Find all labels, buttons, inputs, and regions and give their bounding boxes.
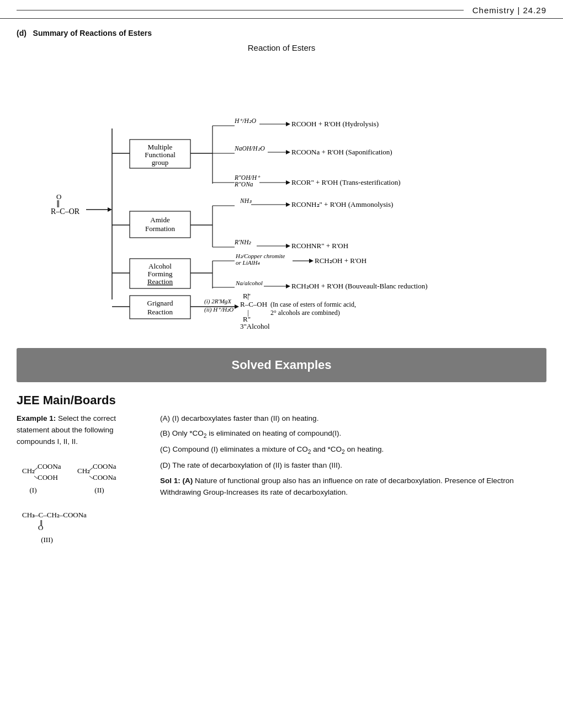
- svg-text:R"ONa: R"ONa: [234, 181, 253, 188]
- svg-marker-70: [235, 304, 239, 309]
- svg-text:RCOHNR" + R'OH: RCOHNR" + R'OH: [291, 242, 348, 250]
- svg-text:R": R": [243, 292, 251, 300]
- svg-text:NH₃: NH₃: [240, 197, 252, 204]
- svg-text:RCH₂OH + R'OH (Bouveault-Blanc: RCH₂OH + R'OH (Bouveault-Blanc reduction…: [291, 282, 427, 290]
- lower-section: Example 1: Select the correct statement …: [17, 413, 546, 559]
- svg-text:CH₂: CH₂: [77, 467, 90, 475]
- svg-text:Reaction: Reaction: [147, 308, 173, 316]
- svg-text:O: O: [38, 523, 43, 532]
- header-line: [17, 10, 464, 11]
- svg-marker-27: [286, 180, 290, 185]
- jee-section: JEE Main/Boards Example 1: Select the co…: [17, 393, 546, 559]
- svg-text:Formation: Formation: [145, 224, 176, 233]
- svg-text:H₂/Copper chromite: H₂/Copper chromite: [235, 253, 285, 259]
- svg-marker-61: [286, 284, 290, 288]
- option-c: (C) Compound (I) eliminates a mixture of…: [160, 444, 546, 456]
- svg-marker-4: [108, 207, 112, 212]
- svg-text:R"OH/H⁺: R"OH/H⁺: [234, 174, 261, 181]
- svg-text:H⁺/H₂O: H⁺/H₂O: [234, 117, 257, 124]
- svg-text:RCOONa + R'OH (Saponification): RCOONa + R'OH (Saponification): [291, 148, 392, 156]
- svg-text:3"Alcohol: 3"Alcohol: [240, 322, 270, 330]
- svg-text:R–C–OH: R–C–OH: [240, 300, 267, 308]
- right-column: (A) (I) decarboxylates faster than (II) …: [160, 413, 546, 559]
- svg-marker-38: [286, 202, 290, 207]
- svg-text:RCOOH + R'OH (Hydrolysis): RCOOH + R'OH (Hydrolysis): [291, 120, 379, 128]
- svg-text:RCONH₂" + R'OH (Ammonolysis): RCONH₂" + R'OH (Ammonolysis): [291, 200, 393, 208]
- svg-text:(ii) H⁺/H₂O: (ii) H⁺/H₂O: [204, 306, 233, 313]
- svg-marker-21: [286, 150, 290, 154]
- svg-text:(In case of esters of formic a: (In case of esters of formic acid,: [270, 301, 356, 308]
- option-b: (B) Only *CO2 is eliminated on heating o…: [160, 428, 546, 440]
- header-subject: Chemistry | 24.29: [472, 6, 546, 15]
- svg-text:Alcohol: Alcohol: [148, 262, 172, 270]
- svg-text:(III): (III): [41, 536, 53, 544]
- solved-examples-banner: Solved Examples: [17, 348, 546, 382]
- solution: Sol 1: (A) Nature of functional group al…: [160, 475, 546, 499]
- svg-text:RCOR" + R'OH (Trans-esterifica: RCOR" + R'OH (Trans-esterification): [291, 178, 401, 186]
- reaction-diagram: O ‖ R–C–OR Multiple Functional group H⁺/…: [17, 62, 546, 335]
- svg-text:or LiAlH₄: or LiAlH₄: [236, 259, 260, 266]
- svg-text:R'NH₂: R'NH₂: [234, 239, 251, 245]
- svg-text:CH₃–C–CH₂–COONa: CH₃–C–CH₂–COONa: [22, 511, 87, 519]
- svg-text:COOH: COOH: [38, 473, 58, 481]
- svg-text:Grignard: Grignard: [147, 299, 173, 307]
- svg-marker-56: [309, 259, 314, 263]
- svg-text:COONa: COONa: [93, 473, 116, 481]
- svg-text:COONa: COONa: [38, 462, 61, 470]
- left-column: Example 1: Select the correct statement …: [17, 413, 144, 559]
- svg-text:‖: ‖: [56, 199, 60, 207]
- svg-text:RCH₂OH + R'OH: RCH₂OH + R'OH: [315, 256, 367, 265]
- svg-text:CH₂: CH₂: [22, 467, 35, 475]
- svg-text:Forming: Forming: [148, 270, 173, 278]
- diagram-title: Reaction of Esters: [17, 43, 546, 52]
- svg-text:Amide: Amide: [150, 216, 170, 224]
- svg-text:(I): (I): [30, 486, 37, 494]
- page-header: Chemistry | 24.29: [0, 0, 563, 19]
- option-d: (D) The rate of decarboxylation of (II) …: [160, 460, 546, 471]
- example1-text: Example 1: Select the correct statement …: [17, 413, 144, 448]
- svg-text:COONa: COONa: [93, 462, 116, 470]
- svg-text:(II): (II): [94, 486, 104, 494]
- option-a: (A) (I) decarboxylates faster than (II) …: [160, 413, 546, 424]
- svg-text:|: |: [247, 292, 249, 300]
- svg-marker-16: [286, 122, 290, 126]
- svg-text:R–C–OR: R–C–OR: [51, 207, 80, 216]
- svg-text:(i) 2R'MgX: (i) 2R'MgX: [204, 298, 232, 305]
- svg-text:NaOH/H₂O: NaOH/H₂O: [234, 145, 265, 152]
- svg-text:Reaction: Reaction: [147, 277, 173, 286]
- page-content: (d) Summary of Reactions of Esters React…: [0, 19, 563, 564]
- svg-text:2° alcohols are combined): 2° alcohols are combined): [270, 309, 340, 317]
- jee-heading: JEE Main/Boards: [17, 393, 546, 408]
- svg-marker-43: [286, 244, 290, 248]
- section-heading: (d) Summary of Reactions of Esters: [17, 29, 546, 38]
- chemical-structures: CH₂ COONa COOH (I) CH₂ COONa COONa (I: [17, 457, 144, 559]
- svg-text:Na/alcohol: Na/alcohol: [235, 280, 263, 286]
- svg-text:Multiple: Multiple: [148, 143, 173, 151]
- svg-text:Functional: Functional: [145, 151, 176, 159]
- svg-text:group: group: [152, 158, 168, 167]
